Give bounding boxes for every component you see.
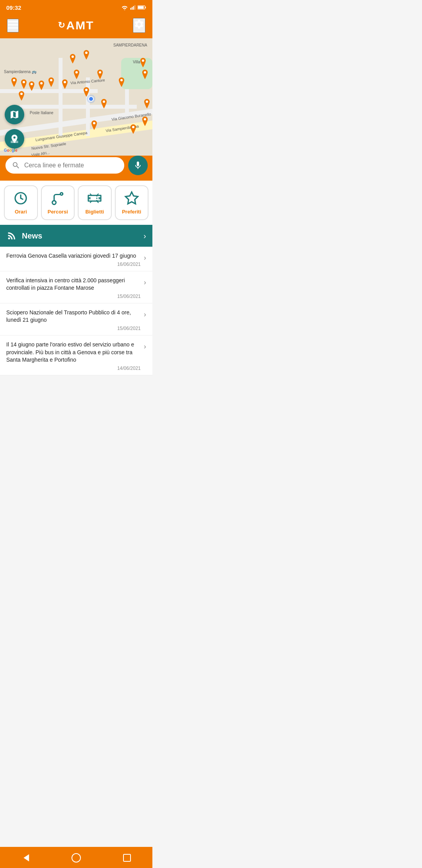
map-pin[interactable] [96, 70, 104, 81]
map-pin[interactable] [17, 91, 26, 102]
map-pin[interactable] [100, 99, 108, 110]
orari-button[interactable]: Orari [4, 185, 38, 220]
map-pin[interactable] [143, 99, 151, 110]
biglietti-label: Biglietti [85, 209, 104, 215]
biglietti-button[interactable]: Biglietti [78, 185, 112, 220]
settings-icon [134, 19, 145, 30]
news-item[interactable]: Verifica intensiva in centro città 2.000… [0, 271, 152, 303]
status-bar: 09:32 [0, 0, 152, 14]
svg-point-12 [13, 79, 15, 81]
map-pin[interactable] [68, 54, 77, 65]
preferiti-button[interactable]: Preferiti [115, 185, 149, 220]
news-item-date: 15/06/2021 [6, 326, 141, 331]
svg-rect-30 [11, 141, 18, 142]
map-pin[interactable] [72, 70, 81, 81]
search-icon [12, 161, 20, 170]
map-pin[interactable] [61, 79, 69, 90]
svg-rect-5 [138, 6, 144, 9]
battery-icon [138, 5, 146, 10]
list-icon [9, 134, 20, 144]
news-item[interactable]: Il 14 giugno parte l'orario estivo del s… [0, 335, 152, 375]
list-view-button[interactable] [5, 129, 24, 149]
map-icon [9, 109, 20, 120]
map-pin[interactable] [129, 124, 138, 135]
svg-marker-35 [125, 192, 138, 204]
svg-point-11 [85, 52, 88, 54]
logo-refresh-icon: ↻ [58, 20, 65, 30]
svg-point-22 [144, 71, 146, 74]
news-item-text: Ferrovia Genova Casella variazioni giove… [6, 252, 141, 260]
news-item[interactable]: Sciopero Nazionale del Trasporto Pubblic… [0, 303, 152, 335]
svg-point-29 [146, 100, 148, 103]
svg-point-24 [85, 89, 88, 91]
status-icons [121, 5, 146, 10]
svg-point-28 [144, 118, 146, 120]
clock-icon [13, 191, 28, 206]
news-header[interactable]: News › [0, 225, 152, 247]
map-pin[interactable] [139, 58, 147, 69]
mic-button[interactable] [128, 156, 148, 175]
svg-point-15 [40, 82, 43, 84]
route-icon [50, 191, 65, 206]
map-pin[interactable] [37, 81, 46, 91]
svg-point-19 [99, 71, 101, 74]
svg-point-14 [30, 83, 33, 85]
svg-point-10 [72, 56, 74, 58]
rss-icon [6, 230, 17, 241]
news-item-content: Il 14 giugno parte l'orario estivo del s… [6, 341, 141, 371]
svg-point-17 [64, 81, 66, 83]
hamburger-icon [8, 21, 18, 29]
search-input[interactable] [24, 162, 118, 169]
news-item[interactable]: Ferrovia Genova Casella variazioni giove… [0, 247, 152, 271]
svg-point-21 [142, 59, 144, 62]
svg-rect-8 [8, 24, 18, 25]
svg-point-18 [75, 71, 78, 74]
map-pin[interactable] [82, 50, 91, 61]
news-item-arrow: › [144, 343, 146, 351]
news-item-date: 15/06/2021 [6, 294, 141, 299]
news-expand-arrow: › [143, 231, 146, 240]
svg-rect-31 [11, 142, 18, 143]
svg-point-20 [120, 79, 123, 81]
search-container [0, 156, 152, 181]
svg-rect-2 [133, 6, 134, 10]
map-pin[interactable] [117, 77, 126, 88]
map-pin[interactable] [141, 70, 149, 81]
svg-rect-3 [134, 5, 135, 10]
map-pin[interactable] [10, 77, 18, 88]
map-pin[interactable] [27, 81, 36, 92]
map-pin[interactable] [20, 79, 28, 90]
map-view-button[interactable] [5, 105, 24, 124]
map-container[interactable]: Sampierdarena 🚌SAMPIERDARENAVia Antonio … [0, 38, 152, 156]
star-icon [124, 191, 139, 206]
news-item-date: 14/06/2021 [6, 366, 141, 371]
news-section: News › Ferrovia Genova Casella variazion… [0, 225, 152, 375]
menu-button[interactable] [7, 19, 19, 32]
mic-icon [133, 161, 143, 170]
svg-point-34 [60, 193, 63, 195]
svg-point-13 [23, 81, 25, 83]
svg-point-16 [50, 79, 52, 81]
news-item-arrow: › [144, 254, 146, 262]
map-pin[interactable] [90, 120, 98, 131]
news-item-content: Ferrovia Genova Casella variazioni giove… [6, 252, 141, 267]
ticket-icon [87, 191, 102, 206]
search-bar[interactable] [5, 156, 125, 174]
svg-rect-9 [8, 27, 18, 29]
svg-point-27 [132, 126, 134, 128]
logo-text: AMT [66, 19, 94, 32]
orari-label: Orari [15, 209, 27, 215]
current-location-dot [88, 96, 94, 102]
news-item-text: Il 14 giugno parte l'orario estivo del s… [6, 341, 141, 364]
map-pin[interactable] [141, 117, 149, 127]
settings-button[interactable] [133, 18, 145, 33]
news-item-content: Verifica intensiva in centro città 2.000… [6, 277, 141, 299]
percorsi-button[interactable]: Percorsi [41, 185, 75, 220]
svg-point-26 [93, 122, 95, 124]
news-title: News [22, 231, 139, 240]
preferiti-label: Preferiti [122, 209, 141, 215]
map-street-label: Sampierdarena 🚌 [4, 70, 36, 74]
map-pin[interactable] [47, 77, 55, 88]
news-item-content: Sciopero Nazionale del Trasporto Pubblic… [6, 309, 141, 331]
news-item-arrow: › [144, 310, 146, 319]
